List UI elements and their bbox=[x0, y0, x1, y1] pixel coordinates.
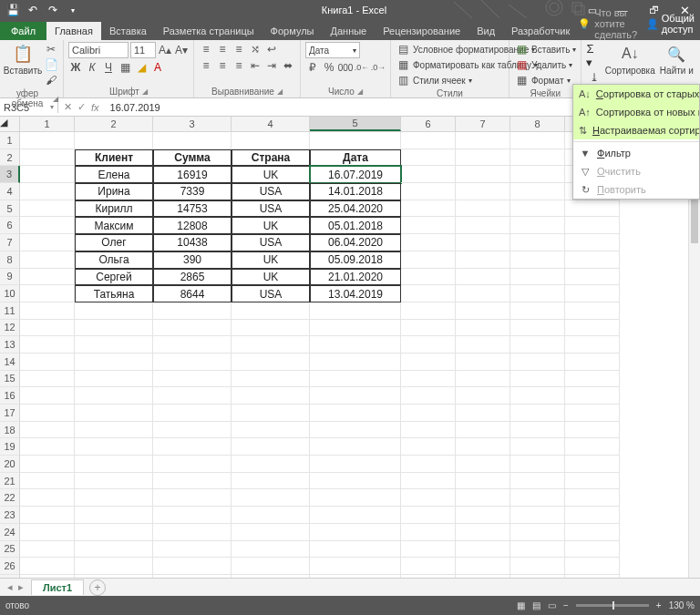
cell[interactable] bbox=[153, 489, 232, 507]
cell[interactable] bbox=[510, 558, 565, 575]
indent-decrease-icon[interactable]: ⇤ bbox=[248, 58, 262, 73]
percent-icon[interactable]: % bbox=[322, 60, 336, 75]
cell[interactable] bbox=[456, 558, 510, 575]
cancel-formula-icon[interactable]: ✕ bbox=[64, 101, 72, 113]
cell[interactable] bbox=[232, 336, 310, 354]
cell[interactable] bbox=[456, 166, 510, 183]
cell[interactable] bbox=[565, 234, 620, 251]
row-header[interactable]: 13 bbox=[0, 336, 20, 354]
cell[interactable] bbox=[401, 234, 456, 251]
view-pagebreak-icon[interactable]: ▭ bbox=[548, 600, 556, 610]
row-header[interactable]: 26 bbox=[0, 558, 20, 575]
tab-data[interactable]: Данные bbox=[322, 22, 375, 40]
cell[interactable] bbox=[20, 217, 75, 234]
cell[interactable] bbox=[401, 438, 456, 456]
cell[interactable] bbox=[401, 489, 456, 507]
cell[interactable] bbox=[232, 489, 310, 507]
cell[interactable] bbox=[401, 200, 456, 218]
cell[interactable] bbox=[20, 251, 75, 269]
cell[interactable] bbox=[510, 183, 565, 200]
cell[interactable] bbox=[153, 438, 232, 456]
cell[interactable] bbox=[456, 422, 510, 439]
cell[interactable] bbox=[401, 507, 456, 524]
cell[interactable] bbox=[310, 336, 401, 354]
cell[interactable] bbox=[310, 405, 401, 422]
cell[interactable] bbox=[456, 200, 510, 218]
cell[interactable] bbox=[456, 456, 510, 473]
cell[interactable] bbox=[75, 132, 153, 149]
cell[interactable]: Елена bbox=[75, 166, 153, 183]
cell[interactable] bbox=[153, 354, 232, 371]
cell[interactable] bbox=[153, 456, 232, 473]
cell[interactable] bbox=[310, 507, 401, 524]
decrease-decimal-icon[interactable]: .0→ bbox=[371, 60, 386, 75]
cell[interactable] bbox=[456, 234, 510, 251]
zoom-value[interactable]: 130 % bbox=[669, 600, 695, 610]
dialog-launcher-icon[interactable]: ◢ bbox=[53, 95, 58, 103]
cell[interactable] bbox=[565, 320, 620, 337]
cell[interactable] bbox=[456, 336, 510, 354]
cut-icon[interactable]: ✂ bbox=[44, 42, 58, 56]
cell[interactable] bbox=[20, 200, 75, 218]
cell[interactable] bbox=[456, 387, 510, 405]
row-header[interactable]: 4 bbox=[0, 183, 20, 200]
cell[interactable]: Сумма bbox=[153, 149, 232, 167]
cell[interactable] bbox=[20, 473, 75, 490]
cell[interactable] bbox=[456, 183, 510, 200]
cell[interactable] bbox=[20, 354, 75, 371]
cell[interactable] bbox=[510, 456, 565, 473]
cell[interactable] bbox=[401, 183, 456, 200]
align-center-icon[interactable]: ≡ bbox=[215, 58, 230, 73]
cell[interactable] bbox=[20, 387, 75, 405]
cell[interactable] bbox=[153, 524, 232, 541]
cell[interactable] bbox=[401, 269, 456, 286]
tab-nav-last-icon[interactable]: ▸ bbox=[18, 581, 24, 593]
cell[interactable]: UK bbox=[232, 269, 310, 286]
cell[interactable] bbox=[456, 371, 510, 388]
cell[interactable] bbox=[75, 422, 153, 439]
font-size-combo[interactable]: 11 bbox=[130, 42, 156, 58]
tab-file[interactable]: Файл bbox=[0, 22, 46, 40]
col-header[interactable]: 7 bbox=[456, 117, 510, 131]
qat-customize-icon[interactable]: ▾ bbox=[64, 1, 82, 19]
cell[interactable] bbox=[20, 183, 75, 200]
accept-formula-icon[interactable]: ✓ bbox=[77, 101, 86, 113]
cell[interactable] bbox=[510, 507, 565, 524]
cell[interactable] bbox=[75, 387, 153, 405]
cell[interactable] bbox=[310, 438, 401, 456]
cell[interactable] bbox=[232, 473, 310, 490]
cell[interactable] bbox=[153, 541, 232, 559]
cell[interactable]: 05.01.2018 bbox=[310, 217, 401, 234]
view-pagelayout-icon[interactable]: ▤ bbox=[532, 600, 540, 610]
cell[interactable] bbox=[565, 438, 620, 456]
cell[interactable] bbox=[401, 302, 456, 320]
cell[interactable]: 2865 bbox=[153, 269, 232, 286]
cell[interactable]: 7339 bbox=[153, 183, 232, 200]
view-normal-icon[interactable]: ▦ bbox=[517, 600, 525, 610]
cell[interactable] bbox=[456, 132, 510, 149]
cell[interactable] bbox=[75, 371, 153, 388]
cell[interactable] bbox=[310, 473, 401, 490]
cell[interactable]: Дата bbox=[310, 149, 401, 167]
add-sheet-button[interactable]: + bbox=[89, 579, 106, 596]
cell[interactable] bbox=[565, 251, 620, 269]
underline-icon[interactable]: Ч bbox=[101, 60, 116, 75]
cell[interactable] bbox=[565, 200, 620, 218]
cell[interactable] bbox=[401, 473, 456, 490]
cell[interactable] bbox=[510, 251, 565, 269]
tab-insert[interactable]: Вставка bbox=[101, 22, 155, 40]
cell[interactable] bbox=[20, 422, 75, 439]
cell[interactable] bbox=[401, 405, 456, 422]
cell[interactable] bbox=[232, 507, 310, 524]
insert-cells-button[interactable]: ▦Вставить▾ bbox=[514, 42, 576, 56]
cell[interactable] bbox=[456, 438, 510, 456]
zoom-slider[interactable] bbox=[576, 604, 649, 607]
cell[interactable]: 16919 bbox=[153, 166, 232, 183]
select-all-corner[interactable]: ◢ bbox=[0, 117, 20, 131]
borders-icon[interactable]: ▦ bbox=[118, 60, 132, 75]
cell[interactable] bbox=[456, 541, 510, 559]
cell[interactable] bbox=[20, 302, 75, 320]
tab-home[interactable]: Главная bbox=[46, 22, 101, 40]
save-icon[interactable]: 💾 bbox=[4, 1, 22, 19]
cell[interactable] bbox=[401, 387, 456, 405]
